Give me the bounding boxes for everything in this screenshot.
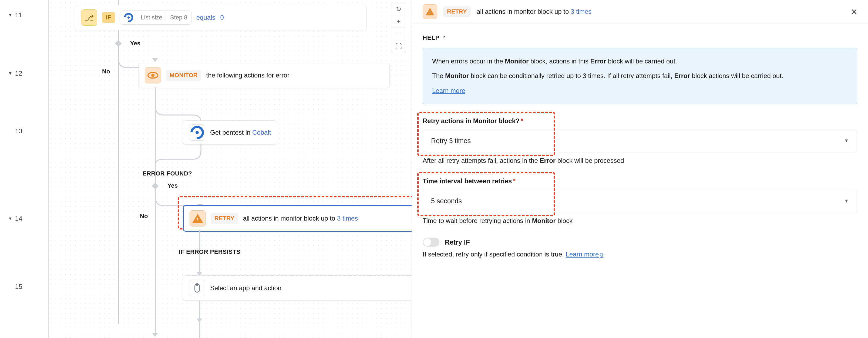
panel-title: all actions in monitor block up to 3 tim… bbox=[477, 8, 592, 16]
field-label: Time interval between retries* bbox=[423, 177, 857, 185]
workflow-canvas[interactable]: ↻ + − ⛶ IF List size Step 8 equals 0 Yes… bbox=[49, 0, 412, 338]
pill-list-size: List size bbox=[137, 12, 166, 23]
step-number: 14 bbox=[15, 215, 23, 222]
placeholder-icon bbox=[189, 280, 205, 296]
chevron-down-icon: ▼ bbox=[8, 13, 12, 18]
monitor-badge: MONITOR bbox=[166, 70, 201, 81]
arrowhead-icon bbox=[152, 58, 158, 62]
arrowhead-icon bbox=[196, 318, 202, 322]
error-found-label: ERROR FOUND? bbox=[143, 170, 192, 177]
retry-if-toggle[interactable] bbox=[423, 238, 439, 247]
zoom-out-button[interactable]: − bbox=[391, 28, 406, 40]
arrowhead-icon bbox=[152, 333, 158, 337]
warning-icon bbox=[190, 210, 206, 226]
fit-screen-button[interactable]: ⛶ bbox=[391, 40, 406, 53]
help-label: HELP bbox=[423, 34, 440, 41]
help-infobox: When errors occur in the Monitor block, … bbox=[423, 48, 857, 104]
connector-curve bbox=[155, 143, 204, 165]
pill-step: Step 8 bbox=[166, 12, 191, 23]
branch-icon bbox=[81, 9, 97, 26]
retry-badge: RETRY bbox=[211, 213, 238, 224]
field-label: Retry actions in Monitor block?* bbox=[423, 117, 857, 125]
learn-more-link[interactable]: Learn more⧉ bbox=[566, 250, 603, 258]
equals-value[interactable]: 0 bbox=[220, 14, 224, 21]
retry-badge: RETRY bbox=[443, 6, 471, 17]
retry-card[interactable]: RETRY all actions in monitor block up to… bbox=[183, 205, 412, 232]
chevron-down-icon: ▼ bbox=[844, 138, 849, 144]
monitor-card[interactable]: MONITOR the following actions for error bbox=[138, 63, 390, 88]
if-badge: IF bbox=[102, 12, 115, 23]
field-retry-interval: Time interval between retries* 5 seconds… bbox=[423, 177, 857, 225]
retry-if-description: If selected, retry only if specified con… bbox=[423, 250, 857, 258]
chevron-up-icon: ⌃ bbox=[442, 35, 446, 40]
field-hint: Time to wait before retrying actions in … bbox=[423, 217, 857, 225]
chevron-down-icon: ▼ bbox=[844, 198, 849, 204]
learn-more-link[interactable]: Learn more bbox=[432, 87, 465, 94]
reset-zoom-button[interactable]: ↻ bbox=[391, 3, 406, 16]
cobalt-icon bbox=[189, 124, 205, 141]
step-reference-pill[interactable]: List size Step 8 bbox=[120, 10, 191, 25]
zoom-controls: ↻ + − ⛶ bbox=[391, 3, 406, 53]
step-row-11[interactable]: ▼ 11 bbox=[0, 11, 48, 19]
monitor-text: the following actions for error bbox=[206, 71, 289, 79]
retry-if-row: Retry IF bbox=[423, 238, 857, 247]
details-panel: RETRY all actions in monitor block up to… bbox=[412, 0, 868, 338]
cobalt-action-card[interactable]: Get pentest in Cobalt bbox=[183, 120, 277, 145]
retry-interval-select[interactable]: 5 seconds ▼ bbox=[423, 190, 857, 212]
if-condition-card[interactable]: IF List size Step 8 equals 0 bbox=[75, 5, 367, 30]
retry-text: all actions in monitor block up to 3 tim… bbox=[243, 215, 358, 222]
step-number: 11 bbox=[15, 11, 23, 19]
zoom-in-button[interactable]: + bbox=[391, 16, 406, 28]
help-text-2: The Monitor block can be conditionally r… bbox=[432, 71, 848, 81]
select-value: 5 seconds bbox=[431, 197, 462, 205]
branch-label-no: No bbox=[140, 213, 148, 220]
step-row-13: ▼ 13 bbox=[0, 127, 48, 135]
error-persists-label: IF ERROR PERSISTS bbox=[179, 248, 241, 255]
panel-header: RETRY all actions in monitor block up to… bbox=[412, 0, 868, 24]
step-number-gutter: ▼ 11 ▼ 12 ▼ 13 ▼ 14 ▼ 15 bbox=[0, 0, 49, 338]
step-row-12[interactable]: ▼ 12 bbox=[0, 70, 48, 77]
field-hint: After all retry attempts fail, actions i… bbox=[423, 157, 857, 164]
select-app-text: Select an app and action bbox=[210, 284, 281, 292]
step-number: 15 bbox=[15, 283, 23, 290]
step-row-15: ▼ 15 bbox=[0, 283, 48, 290]
select-value: Retry 3 times bbox=[431, 137, 471, 145]
cobalt-icon bbox=[122, 11, 135, 24]
warning-icon bbox=[423, 4, 437, 19]
cobalt-text: Get pentest in Cobalt bbox=[210, 129, 271, 136]
branch-label-no: No bbox=[102, 68, 110, 75]
step-row-14[interactable]: ▼ 14 bbox=[0, 215, 48, 222]
close-button[interactable]: × bbox=[851, 6, 857, 18]
external-link-icon: ⧉ bbox=[600, 252, 603, 257]
retry-if-label: Retry IF bbox=[445, 238, 470, 246]
help-toggle[interactable]: HELP ⌃ bbox=[423, 34, 857, 41]
chevron-down-icon: ▼ bbox=[8, 71, 12, 76]
retry-count-select[interactable]: Retry 3 times ▼ bbox=[423, 130, 857, 152]
chevron-down-icon: ▼ bbox=[8, 216, 12, 221]
select-app-card[interactable]: Select an app and action bbox=[183, 275, 412, 301]
field-retry-count: Retry actions in Monitor block?* Retry 3… bbox=[423, 117, 857, 164]
help-text-1: When errors occur in the Monitor block, … bbox=[432, 56, 848, 66]
equals-operator[interactable]: equals bbox=[196, 14, 216, 21]
monitor-icon bbox=[145, 67, 161, 84]
connector-curve bbox=[155, 88, 204, 124]
step-number: 13 bbox=[15, 127, 23, 135]
step-number: 12 bbox=[15, 70, 23, 77]
connector-line bbox=[118, 0, 119, 5]
